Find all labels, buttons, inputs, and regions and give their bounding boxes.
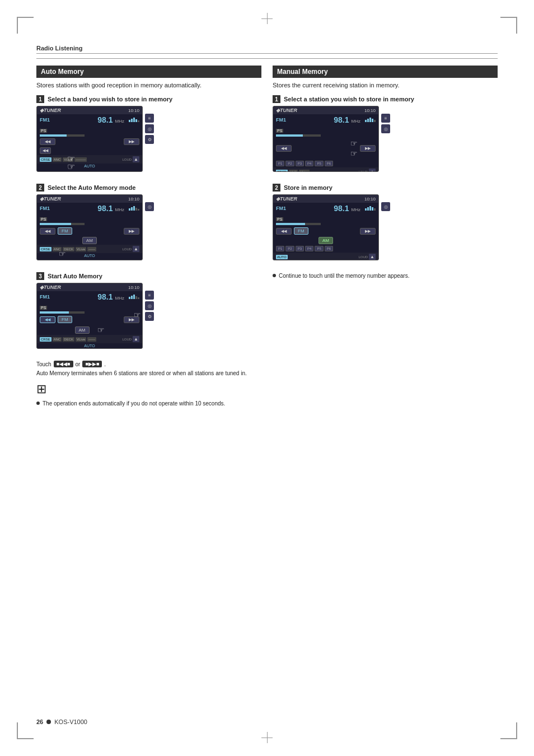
corner-mark-bl — [17, 722, 34, 739]
step-number-1: 1 — [36, 95, 44, 103]
tuner-screen-2: ◆TUNER 10:10 FM1 98.1 MHz — [36, 194, 143, 260]
tuner-source-row-1: CRSE ANC VLive ——— LOUD ▲ — [37, 155, 142, 164]
tuner-header-1: ◆TUNER 10:10 — [37, 106, 142, 114]
bullet-note-1: The operation ends automatically if you … — [36, 400, 261, 408]
step-number-2: 2 — [36, 184, 44, 192]
section-header: Radio Listening — [36, 45, 498, 54]
page-number: 26 — [36, 718, 43, 725]
mm-step-1-label: Select a station you wish to store in me… — [284, 96, 414, 102]
corner-mark-br — [500, 722, 517, 739]
section-title: Radio Listening — [36, 45, 83, 52]
corner-mark-tl — [17, 17, 34, 34]
auto-memory-step-1: 1 Select a band you wish to store in mem… — [36, 95, 261, 178]
auto-memory-step-3: 3 Start Auto Memory ◆TUNER 10:10 FM1 98.… — [36, 272, 261, 355]
manual-memory-desc: Stores the current receiving station in … — [273, 81, 498, 90]
manual-memory-section: Manual Memory Stores the current receivi… — [273, 66, 498, 408]
auto-memory-end-note: Auto Memory terminates when 6 stations a… — [36, 370, 261, 377]
tuner-display-1: FM1 98.1 MHz — [37, 114, 142, 125]
step-1-label: Select a band you wish to store in memor… — [48, 96, 172, 102]
mm-step-2-label: Store in memory — [284, 184, 332, 191]
corner-mark-tr — [500, 17, 517, 34]
continue-note: Continue to touch until the memory numbe… — [273, 272, 498, 280]
mm-tuner-screen-1: ◆TUNER 10:10 FM1 98.1 MHz — [273, 106, 379, 172]
model-name: KOS-V1000 — [54, 718, 87, 725]
auto-memory-title: Auto Memory — [36, 66, 261, 78]
auto-memory-section: Auto Memory Stores stations with good re… — [36, 66, 261, 408]
main-content: Auto Memory Stores stations with good re… — [36, 66, 498, 408]
manual-memory-step-1: 1 Select a station you wish to store in … — [273, 95, 498, 178]
mm-step-number-1: 1 — [273, 95, 280, 103]
step-number-3: 3 — [36, 272, 44, 280]
mm-tuner-screen-2: ◆TUNER 10:10 FM1 98.1 MHz — [273, 194, 379, 260]
note-row: ⊞ — [36, 382, 261, 396]
next-btn-icon: ■▶▶■ — [82, 361, 102, 367]
auto-memory-step-2: 2 Select the Auto Memory mode ◆TUNER 10:… — [36, 184, 261, 267]
divider — [36, 58, 498, 59]
note-icon: ⊞ — [36, 382, 46, 396]
step-2-label: Select the Auto Memory mode — [48, 184, 135, 191]
crosshair-bottom — [261, 732, 273, 743]
page-footer: 26 KOS-V1000 — [36, 718, 87, 725]
prev-btn-icon: ■◀◀■ — [54, 361, 73, 367]
step-3-label: Start Auto Memory — [48, 273, 102, 279]
mm-step-number-2: 2 — [273, 184, 280, 192]
touch-instruction: Touch ■◀◀■ or ■▶▶■ . — [36, 361, 261, 367]
auto-memory-desc: Stores stations with good reception in m… — [36, 81, 261, 90]
manual-memory-step-2: 2 Store in memory ◆TUNER 10:10 FM1 98.1 … — [273, 184, 498, 267]
tuner-screen-1-wrap: ◆TUNER 10:10 FM1 98.1 MHz — [36, 106, 143, 176]
tuner-screen-1: ◆TUNER 10:10 FM1 98.1 MHz — [36, 106, 143, 172]
crosshair-top — [261, 13, 273, 24]
footer-dot — [46, 720, 51, 724]
manual-memory-title: Manual Memory — [273, 66, 498, 78]
tuner-screen-3: ◆TUNER 10:10 FM1 98.1 MHz — [36, 283, 143, 349]
